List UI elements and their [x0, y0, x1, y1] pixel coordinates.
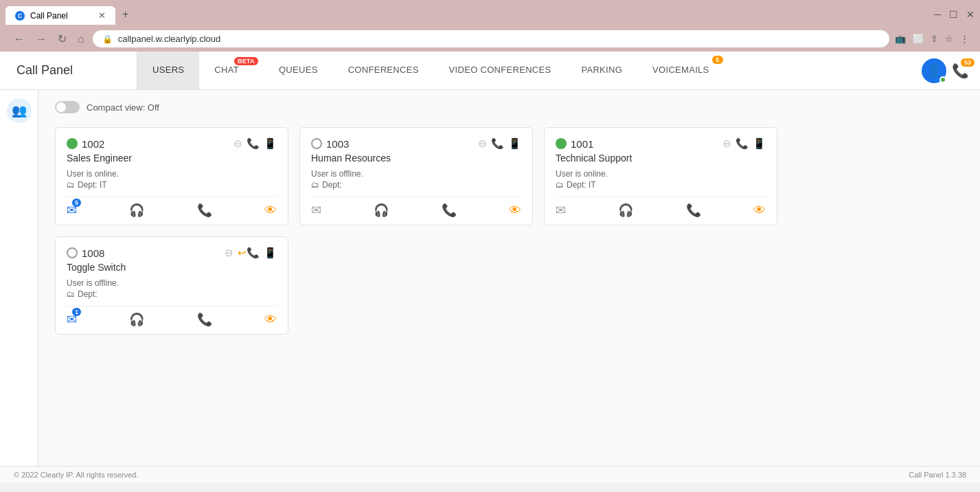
- card-footer-1001: ✉ 🎧 📞 👁: [556, 197, 766, 218]
- phone-action-icon-1002[interactable]: 📞: [247, 137, 260, 150]
- card-actions-top-1002: ⊖ 📞 📱: [233, 137, 277, 150]
- tab-conferences[interactable]: CONFERENCES: [333, 52, 434, 89]
- user-id-1002: 1002: [67, 138, 104, 150]
- user-avatar[interactable]: 👤: [922, 58, 946, 83]
- window-controls: ─ ☐ ✕: [934, 9, 975, 20]
- phone-count-badge: 53: [961, 58, 975, 67]
- home-button[interactable]: ⌂: [75, 32, 87, 47]
- maximize-icon[interactable]: ☐: [949, 9, 958, 20]
- refresh-button[interactable]: ↻: [55, 31, 69, 47]
- eye-icon-1001[interactable]: 👁: [753, 203, 766, 218]
- eye-icon-1003[interactable]: 👁: [509, 203, 521, 218]
- mail-icon-1003[interactable]: ✉: [311, 203, 321, 218]
- mail-badge-1008: 1: [72, 308, 81, 316]
- tab-parking[interactable]: PARKING: [566, 52, 637, 89]
- app-footer: © 2022 Clearly IP. All rights reserved. …: [0, 466, 980, 483]
- mail-icon-1002[interactable]: ✉ 5: [67, 203, 77, 218]
- call-icon-1001[interactable]: 📞: [686, 203, 701, 218]
- user-card-1003: 1003 ⊖ 📞 📱 Human Resources User is offli…: [299, 127, 533, 225]
- call-icon-1003[interactable]: 📞: [442, 203, 457, 218]
- tab-chat[interactable]: CHAT BETA: [199, 52, 264, 89]
- user-name-1002: Sales Engineer: [67, 153, 277, 164]
- card-top-1001: 1001 ⊖ 📞 📱: [556, 137, 766, 150]
- mail-badge-1002: 5: [72, 199, 81, 207]
- card-footer-1003: ✉ 🎧 📞 👁: [311, 197, 521, 218]
- tab-users[interactable]: USERS: [137, 52, 199, 89]
- device-icon-1002[interactable]: 📱: [264, 137, 277, 150]
- tab-title: Call Panel: [30, 11, 68, 21]
- card-top-1002: 1002 ⊖ 📞 📱: [67, 137, 277, 150]
- sidebar: 👥: [0, 90, 38, 466]
- compact-view-label: Compact view: Off: [87, 102, 159, 113]
- user-cards-grid: 1002 ⊖ 📞 📱 Sales Engineer User is online…: [55, 127, 964, 335]
- compact-view-toggle[interactable]: [55, 101, 80, 113]
- headset-icon-1003[interactable]: 🎧: [374, 203, 389, 218]
- toggle-knob: [56, 102, 66, 112]
- user-name-1001: Technical Support: [556, 153, 766, 164]
- phone-action-icon-1001[interactable]: 📞: [736, 137, 749, 150]
- minus-icon-1001[interactable]: ⊖: [722, 137, 731, 150]
- app-title: Call Panel: [0, 52, 137, 89]
- eye-icon-1008[interactable]: 👁: [264, 313, 277, 327]
- card-top-1008: 1008 ⊖ ↩📞 📱: [67, 247, 277, 259]
- main-content: Compact view: Off 1002 ⊖ 📞 📱: [38, 90, 980, 466]
- call-icon-1002[interactable]: 📞: [197, 203, 212, 218]
- phone-action-icon-1003[interactable]: 📞: [491, 137, 504, 150]
- user-dept-1002: 🗂 Dept: IT: [67, 180, 277, 190]
- card-actions-top-1003: ⊖ 📞 📱: [478, 137, 521, 150]
- user-status-1001: User is online.: [556, 169, 766, 179]
- minus-icon-1002[interactable]: ⊖: [233, 137, 242, 150]
- call-icon-1008[interactable]: 📞: [197, 312, 212, 327]
- device-icon-1001[interactable]: 📱: [753, 137, 766, 150]
- dept-icon-1003: 🗂: [311, 180, 319, 190]
- footer-copyright: © 2022 Clearly IP. All rights reserved.: [14, 471, 139, 479]
- browser-tabs: C Call Panel ✕ +: [5, 4, 135, 25]
- address-bar[interactable]: 🔒 callpanel.w.clearlyip.cloud: [93, 30, 889, 47]
- phone-button[interactable]: 📞 53: [952, 63, 969, 79]
- mail-icon-1001[interactable]: ✉: [556, 203, 566, 218]
- user-id-1001: 1001: [556, 138, 593, 150]
- card-top-1003: 1003 ⊖ 📞 📱: [311, 137, 521, 150]
- minimize-icon[interactable]: ─: [934, 9, 941, 20]
- app-header: Call Panel USERS CHAT BETA QUEUES CONFER…: [0, 52, 980, 90]
- user-dept-1003: 🗂 Dept:: [311, 180, 521, 190]
- user-name-1008: Toggle Switch: [67, 262, 277, 273]
- minus-icon-1008[interactable]: ⊖: [225, 247, 233, 259]
- forward-button[interactable]: →: [33, 32, 49, 47]
- user-id-1003: 1003: [311, 138, 349, 150]
- user-status-1008: User is offline.: [67, 278, 277, 288]
- minus-icon-1003[interactable]: ⊖: [478, 137, 487, 150]
- share-icon[interactable]: ⇧: [931, 34, 938, 44]
- bookmark-icon[interactable]: ☆: [945, 34, 953, 44]
- menu-icon[interactable]: ⋮: [960, 34, 969, 44]
- beta-badge: BETA: [234, 57, 258, 65]
- nav-right: 👤 📞 53: [911, 52, 980, 89]
- compact-view-bar: Compact view: Off: [55, 101, 964, 113]
- tab-voicemails[interactable]: VOICEMAILS 5: [637, 52, 724, 89]
- close-icon[interactable]: ✕: [966, 9, 975, 20]
- cast-icon[interactable]: 📺: [895, 34, 906, 44]
- dept-icon-1002: 🗂: [67, 180, 75, 190]
- transfer-icon-1008[interactable]: ↩📞: [238, 247, 260, 259]
- new-tab-button[interactable]: +: [115, 4, 135, 25]
- browser-titlebar: C Call Panel ✕ + ─ ☐ ✕: [5, 4, 975, 25]
- headset-icon-1002[interactable]: 🎧: [129, 203, 144, 218]
- sidebar-users-icon[interactable]: 👥: [7, 98, 32, 123]
- tab-close-button[interactable]: ✕: [98, 10, 106, 21]
- back-button[interactable]: ←: [11, 32, 27, 47]
- screenshot-icon[interactable]: ⬜: [913, 34, 924, 44]
- lock-icon: 🔒: [102, 34, 113, 44]
- device-icon-1008[interactable]: 📱: [264, 247, 277, 259]
- headset-icon-1001[interactable]: 🎧: [618, 203, 633, 218]
- device-icon-1003[interactable]: 📱: [508, 137, 521, 150]
- status-dot-1001: [556, 138, 567, 149]
- headset-icon-1008[interactable]: 🎧: [129, 312, 144, 327]
- eye-icon-1002[interactable]: 👁: [264, 203, 277, 218]
- tab-queues[interactable]: QUEUES: [264, 52, 333, 89]
- status-dot-1003: [311, 138, 322, 149]
- user-id-1008: 1008: [67, 247, 104, 259]
- tab-video-conferences[interactable]: VIDEO CONFERENCES: [434, 52, 567, 89]
- user-card-1001: 1001 ⊖ 📞 📱 Technical Support User is onl…: [544, 127, 777, 225]
- mail-icon-1008[interactable]: ✉ 1: [67, 312, 77, 327]
- browser-tab-active[interactable]: C Call Panel ✕: [5, 6, 115, 25]
